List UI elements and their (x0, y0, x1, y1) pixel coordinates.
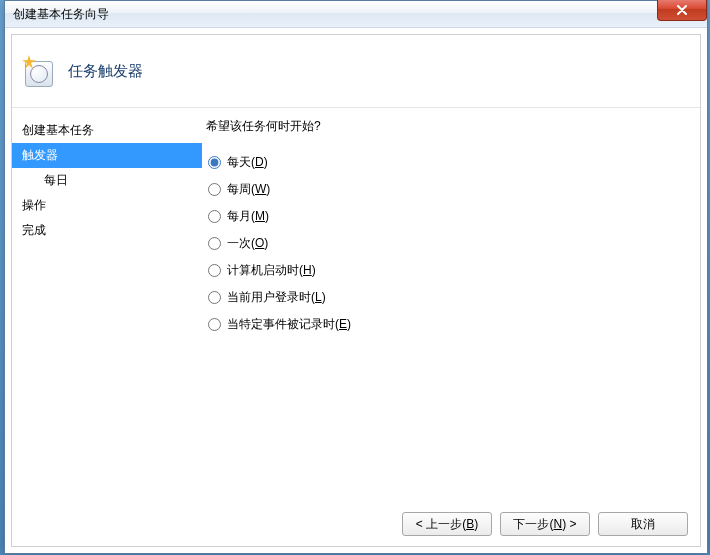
trigger-label[interactable]: 每周(W) (227, 181, 270, 198)
trigger-option-m: 每月(M) (208, 203, 690, 230)
trigger-radio-o[interactable] (208, 237, 221, 250)
wizard-inner: 任务触发器 创建基本任务触发器每日操作完成 希望该任务何时开始? 每天(D)每周… (11, 34, 701, 547)
sidebar-item-0[interactable]: 创建基本任务 (12, 118, 202, 143)
scheduler-icon (22, 55, 54, 87)
sidebar-item-label: 完成 (22, 223, 46, 237)
trigger-prompt: 希望该任务何时开始? (206, 118, 690, 135)
trigger-option-d: 每天(D) (208, 149, 690, 176)
wizard-content: 希望该任务何时开始? 每天(D)每周(W)每月(M)一次(O)计算机启动时(H)… (202, 108, 700, 502)
trigger-label[interactable]: 当特定事件被记录时(E) (227, 316, 351, 333)
trigger-label[interactable]: 每天(D) (227, 154, 268, 171)
back-button-prefix: < 上一步( (416, 516, 466, 533)
trigger-option-h: 计算机启动时(H) (208, 257, 690, 284)
trigger-radio-d[interactable] (208, 156, 221, 169)
window-title: 创建基本任务向导 (13, 6, 109, 23)
trigger-label[interactable]: 一次(O) (227, 235, 268, 252)
next-button-accel: N (553, 517, 562, 531)
wizard-body: 创建基本任务触发器每日操作完成 希望该任务何时开始? 每天(D)每周(W)每月(… (12, 108, 700, 502)
sidebar-item-label: 触发器 (22, 148, 58, 162)
close-icon (676, 5, 688, 15)
trigger-radio-w[interactable] (208, 183, 221, 196)
sidebar-item-4[interactable]: 完成 (12, 218, 202, 243)
trigger-radio-e[interactable] (208, 318, 221, 331)
sidebar-item-3[interactable]: 操作 (12, 193, 202, 218)
sidebar-item-label: 操作 (22, 198, 46, 212)
wizard-window: 创建基本任务向导 任务触发器 创建基本任务触发器每日操作完成 希望该任务何时开始… (4, 0, 708, 554)
page-title: 任务触发器 (68, 62, 143, 81)
trigger-options: 每天(D)每周(W)每月(M)一次(O)计算机启动时(H)当前用户登录时(L)当… (206, 149, 690, 338)
wizard-sidebar: 创建基本任务触发器每日操作完成 (12, 108, 202, 502)
back-button[interactable]: < 上一步(B) (402, 512, 492, 536)
trigger-option-w: 每周(W) (208, 176, 690, 203)
wizard-header: 任务触发器 (12, 35, 700, 108)
trigger-option-l: 当前用户登录时(L) (208, 284, 690, 311)
trigger-radio-l[interactable] (208, 291, 221, 304)
trigger-option-e: 当特定事件被记录时(E) (208, 311, 690, 338)
cancel-button-label: 取消 (631, 516, 655, 533)
back-button-suffix: ) (474, 517, 478, 531)
next-button-suffix: ) > (562, 517, 576, 531)
trigger-option-o: 一次(O) (208, 230, 690, 257)
sidebar-item-1[interactable]: 触发器 (12, 143, 202, 168)
wizard-footer: < 上一步(B) 下一步(N) > 取消 (12, 502, 700, 546)
sidebar-item-label: 每日 (44, 173, 68, 187)
trigger-label[interactable]: 计算机启动时(H) (227, 262, 316, 279)
next-button-prefix: 下一步( (513, 516, 553, 533)
next-button[interactable]: 下一步(N) > (500, 512, 590, 536)
trigger-radio-m[interactable] (208, 210, 221, 223)
sidebar-item-2[interactable]: 每日 (12, 168, 202, 193)
trigger-label[interactable]: 每月(M) (227, 208, 269, 225)
trigger-radio-h[interactable] (208, 264, 221, 277)
back-button-accel: B (466, 517, 474, 531)
sidebar-item-label: 创建基本任务 (22, 123, 94, 137)
cancel-button[interactable]: 取消 (598, 512, 688, 536)
titlebar: 创建基本任务向导 (5, 1, 707, 28)
close-button[interactable] (657, 0, 707, 21)
trigger-label[interactable]: 当前用户登录时(L) (227, 289, 326, 306)
